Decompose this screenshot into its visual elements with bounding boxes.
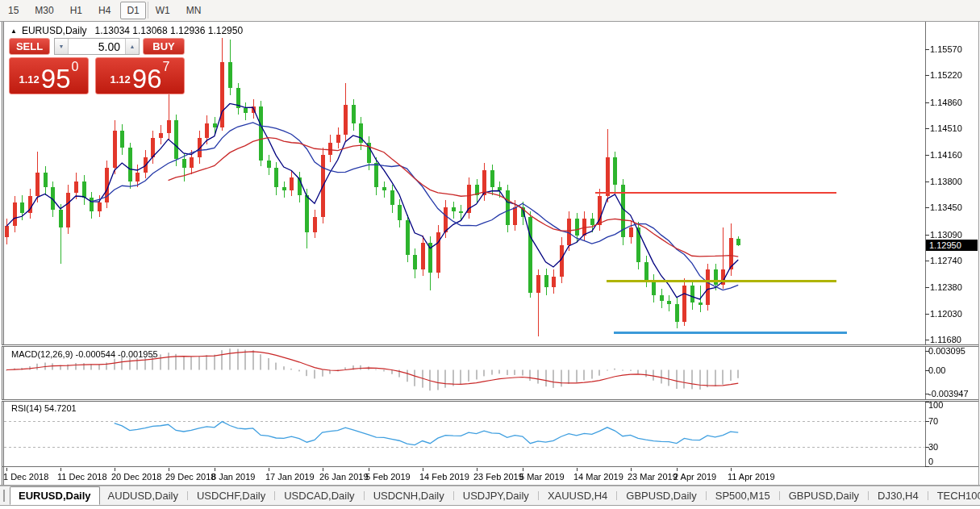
chart-tab-tech100-h1[interactable]: TECH100,H1 (929, 486, 980, 505)
chart-title: ▲ EURUSD,Daily 1.13034 1.13068 1.12936 1… (10, 25, 243, 36)
chart-tab-usdjpy-daily[interactable]: USDJPY,Daily (455, 486, 537, 505)
chevron-up-icon: ▲ (130, 44, 136, 49)
chevron-down-icon: ▼ (59, 44, 65, 49)
tabs-divider (616, 491, 617, 500)
chart-tab-eurusd-daily[interactable]: EURUSD,Daily (10, 486, 100, 505)
tabs-host: EURUSD,DailyAUDUSD,DailyUSDCHF,DailyUSDC… (10, 486, 980, 505)
chart-tab-usdcad-daily[interactable]: USDCAD,Daily (276, 486, 362, 505)
chart-ohlc-values: 1.13034 1.13068 1.12936 1.12950 (95, 25, 244, 36)
one-click-trade-panel: SELL ▼ 5.00 ▲ BUY 1.12 95 0 1.12 96 7 (9, 38, 185, 96)
chart-tab-dj30-h4[interactable]: DJ30,H4 (869, 486, 927, 505)
timeframe-button-h4[interactable]: H4 (92, 2, 117, 19)
chart-tabs-bar: EURUSD,DailyAUDUSD,DailyUSDCHF,DailyUSDC… (0, 486, 980, 506)
mt4-window: 15M30H1H4D1W1MN 1.155701.152201.148601.1… (0, 0, 980, 509)
tabs-divider (928, 491, 928, 500)
macd-indicator-label: MACD(12,26,9) -0.000544 -0.001955 (11, 349, 158, 359)
buy-price-big: 96 (132, 66, 162, 91)
tabs-divider (779, 491, 780, 500)
chart-tab-gbpusd-daily[interactable]: GBPUSD,Daily (781, 486, 867, 505)
timeframe-button-w1[interactable]: W1 (149, 2, 177, 19)
volume-increase-button[interactable]: ▲ (125, 39, 139, 54)
volume-spinner: ▼ 5.00 ▲ (54, 38, 140, 55)
chart-tab-audusd-daily[interactable]: AUDUSD,Daily (100, 486, 186, 505)
buy-price-sup: 7 (163, 60, 170, 74)
buy-price-button[interactable]: 1.12 96 7 (95, 57, 185, 94)
buy-price-prefix: 1.12 (111, 73, 131, 86)
chart-symbol-label: EURUSD,Daily (22, 25, 87, 36)
timeframe-button-d1[interactable]: D1 (120, 2, 145, 19)
timeframe-button-m30[interactable]: M30 (28, 2, 60, 19)
sell-price-prefix: 1.12 (19, 73, 40, 86)
timeframe-toolbar: 15M30H1H4D1W1MN (0, 0, 980, 21)
sell-button[interactable]: SELL (9, 38, 50, 55)
sell-price-sup: 0 (72, 60, 79, 74)
toolbar-separator (148, 2, 148, 19)
sell-price-big: 95 (41, 66, 71, 91)
tabs-divider (538, 491, 539, 500)
tabs-divider (274, 491, 275, 500)
buy-button[interactable]: BUY (143, 38, 185, 55)
tabs-divider (187, 491, 188, 500)
chart-tab-usdchf-daily[interactable]: USDCHF,Daily (189, 486, 273, 505)
volume-decrease-button[interactable]: ▼ (55, 39, 69, 54)
rsi-indicator-label: RSI(14) 54.7201 (11, 403, 77, 413)
chart-tab-gbpusd-daily[interactable]: GBPUSD,Daily (618, 486, 704, 505)
volume-input[interactable]: 5.00 (69, 39, 125, 54)
timeframe-button-h1[interactable]: H1 (64, 2, 89, 19)
tabs-divider (364, 491, 365, 500)
tabbar-grip-icon[interactable] (3, 490, 5, 502)
tabs-divider (868, 491, 869, 500)
collapse-icon[interactable]: ▲ (10, 27, 17, 35)
current-price-badge: 1.12950 (926, 240, 978, 251)
chart-tab-sp500-m15[interactable]: SP500,M15 (707, 486, 778, 505)
timeframe-button-mn[interactable]: MN (180, 2, 208, 19)
tabs-divider (453, 491, 454, 500)
tabs-divider (706, 491, 707, 500)
sell-price-button[interactable]: 1.12 95 0 (9, 57, 89, 94)
chart-tab-xauusd-h4[interactable]: XAUUSD,H4 (540, 486, 615, 505)
timeframe-button-15[interactable]: 15 (2, 2, 25, 19)
chart-tab-usdcnh-daily[interactable]: USDCNH,Daily (365, 486, 452, 505)
